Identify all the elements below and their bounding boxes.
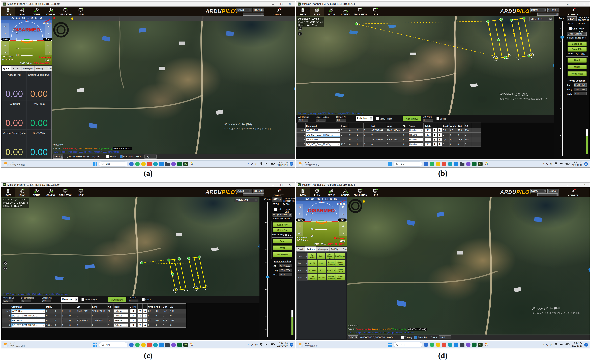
load-file-button[interactable]: Load File [568, 41, 587, 46]
home-lat-field[interactable]: 35,7051853 [574, 83, 587, 87]
delete-row-button[interactable]: X [425, 138, 431, 141]
tab-quick[interactable]: Quick [2, 66, 11, 71]
write-button[interactable]: Write [273, 246, 292, 250]
metric-altitude[interactable]: Altitude (m)0.00 [2, 71, 27, 100]
add-below-button[interactable]: Add Below [403, 116, 421, 121]
mission-planner-taskbar-icon[interactable]: Mp [183, 343, 188, 347]
hud-display[interactable]: NW 330 345 0 15 30 NE DISARMED 20 0 -10 … [296, 197, 347, 246]
projection-select[interactable]: GEO▾ [348, 335, 358, 339]
toolbar-data-button[interactable]: DATA [1, 187, 15, 197]
toolbar-config-button[interactable]: CONFIG [44, 187, 58, 197]
autopan-checkbox[interactable] [120, 155, 123, 158]
frame-select[interactable]: Relative⌄ [409, 138, 423, 141]
taskbar-app-icon[interactable] [472, 162, 477, 166]
delete-row-button[interactable]: X [425, 133, 431, 137]
grid-checkbox[interactable] [274, 208, 277, 211]
restart-mission-button[interactable]: Restart Mission [327, 260, 336, 266]
map-compass-rose[interactable] [53, 22, 69, 38]
move-down-button[interactable]: ⬇ [438, 142, 442, 146]
mission-planner-taskbar-icon[interactable]: Mp [478, 343, 483, 347]
secondary-port-select[interactable]: ▾ [537, 193, 558, 196]
minimize-button[interactable]: – [270, 183, 277, 186]
home-long-field[interactable]: 126,612834 [574, 88, 587, 91]
taskbar-app-icon[interactable] [436, 162, 440, 166]
zoom-slider[interactable] [267, 202, 268, 337]
frame-select[interactable]: Relative⌄ [409, 129, 423, 132]
move-up-button[interactable]: ⬆ [433, 128, 437, 132]
wp-select[interactable]: 0 m▾ [297, 260, 308, 266]
move-down-button[interactable]: ⬇ [143, 323, 147, 327]
hud-display[interactable]: NW 330 345 0 15 30 NE DISARMED 20 0 -10 … [1, 16, 52, 65]
baud-select[interactable]: 115200▾ [547, 8, 558, 12]
metric-vertical-speed[interactable]: Vertical Speed (m/s)0.00 [2, 130, 27, 159]
com-port-select[interactable]: COM3▾ [236, 8, 252, 12]
tab-preflight[interactable]: PreFlight [34, 66, 46, 71]
set-mode-button[interactable]: Set Mode [308, 267, 317, 273]
taskbar-app-icon[interactable] [135, 343, 140, 347]
mode-select[interactable]: Auto▾ [297, 267, 308, 273]
weather-widget[interactable]: 22°C부분적으로 맑음 [298, 342, 319, 347]
com-port-select[interactable]: COM3▾ [236, 189, 252, 193]
taskbar-app-icon[interactable] [141, 343, 146, 347]
frame-select[interactable]: Relative⌄ [409, 143, 423, 146]
projection-select[interactable]: GEO▾ [53, 155, 63, 159]
close-button[interactable]: ✕ [581, 2, 588, 6]
flight-scrub-bar[interactable] [70, 16, 295, 21]
move-up-button[interactable]: ⬆ [138, 323, 142, 327]
maximize-button[interactable]: ▢ [572, 2, 580, 6]
minimize-button[interactable]: – [564, 3, 571, 6]
toolbar-data-button[interactable]: DATA [1, 6, 15, 17]
toolbar-simulation-button[interactable]: SIMULATION [352, 187, 368, 197]
tray-ime-a[interactable]: A [251, 343, 253, 346]
toolbar-help-button[interactable]: HELP [368, 187, 383, 197]
spline-checkbox[interactable] [437, 117, 439, 120]
tray-ime-korean[interactable]: 한 [255, 162, 258, 165]
connect-button[interactable]: CONNECT [268, 7, 289, 16]
connect-button[interactable]: CONNECT [563, 188, 583, 197]
file-explorer-icon[interactable] [460, 343, 465, 347]
command-select[interactable]: WAYPOINT⌄ [11, 319, 45, 322]
command-select[interactable]: WAYPOINT⌄ [306, 129, 340, 132]
clock[interactable]: 오후 1:352023-10-10 [571, 161, 582, 166]
taskbar-app-icon[interactable] [466, 162, 471, 166]
weather-widget[interactable]: 22°C부분적으로 맑음 [3, 161, 25, 167]
wp-radius-field[interactable]: 2,00 [3, 299, 13, 302]
clock[interactable]: 오후 1:342023-10-10 [571, 342, 582, 347]
zoom-slider[interactable] [562, 21, 563, 156]
taskbar-app-icon[interactable] [430, 343, 434, 347]
battery-icon[interactable] [565, 343, 570, 346]
loiter-radius-field[interactable]: 45 [21, 299, 31, 302]
tray-expand-caret[interactable]: ^ [248, 343, 249, 346]
map-tool-icon[interactable] [3, 266, 7, 271]
mission-planner-taskbar-icon[interactable]: Mp [183, 162, 188, 166]
move-up-button[interactable]: ⬆ [433, 142, 437, 146]
table-row[interactable]: 5 DO_SET_CAM_TRIGG_...⌄ 0 010 0 0 0 Rela… [297, 133, 481, 137]
set-mount-button[interactable]: Set Mount [308, 274, 317, 280]
tab-preflight[interactable]: PreFlight [329, 247, 341, 252]
secondary-port-select[interactable]: ▾ [537, 13, 558, 16]
weather-widget[interactable]: 22°C부분적으로 맑음 [3, 342, 25, 347]
delete-row-button[interactable]: X [425, 143, 431, 146]
toolbar-setup-button[interactable]: SETUP [324, 187, 338, 197]
taskbar-app-icon[interactable] [436, 343, 440, 347]
toolbar-data-button[interactable]: DATA [296, 187, 310, 197]
map-source-select[interactable]: GoogleSatellite▾ [567, 32, 587, 36]
toolbar-help-button[interactable]: HELP [74, 187, 88, 197]
file-explorer-icon[interactable] [165, 162, 170, 166]
table-row[interactable]: 6 WAYPOINT⌄ 0 000 35,7046954 126,613251 … [2, 318, 186, 323]
table-row[interactable]: ▷4 WAYPOINT⌄ 0 000 35,7047344 126,613104… [2, 309, 186, 313]
toolbar-data-button[interactable]: DATA [296, 6, 310, 17]
set-home-alt-button[interactable]: Set Home Alt [326, 253, 334, 259]
taskbar-app-icon[interactable] [454, 343, 458, 347]
delete-row-button[interactable]: X [130, 309, 136, 313]
table-row[interactable]: 5 DO_SET_CAM_TRIGG_...⌄ 0 010 0 0 0 Rela… [2, 313, 186, 318]
frame-select[interactable]: Relative⌄ [114, 324, 128, 327]
taskbar-app-icon[interactable] [424, 162, 428, 166]
move-down-button[interactable]: ⬇ [438, 138, 442, 142]
joystick-button[interactable]: Joystick [318, 274, 326, 280]
frame-select[interactable]: Relative⌄ [114, 319, 128, 322]
set-wp-button[interactable]: Set WP [308, 260, 317, 266]
move-up-button[interactable]: ⬆ [433, 138, 437, 142]
default-alt-field[interactable]: 100 [42, 299, 51, 302]
move-up-button[interactable]: ⬆ [138, 309, 142, 313]
